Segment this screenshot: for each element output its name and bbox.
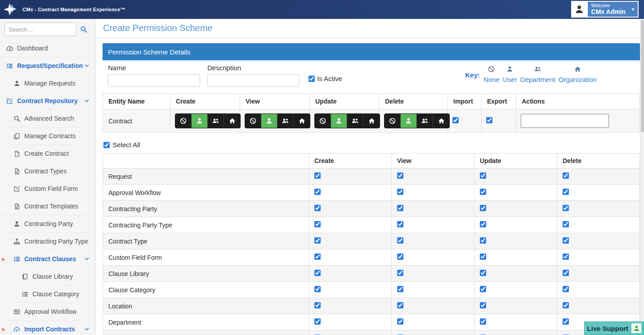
sidebar-item-contract-repository[interactable]: Contract Repository — [0, 92, 95, 110]
update-scope-department-button[interactable] — [347, 114, 363, 128]
create-scope-organization-button[interactable] — [224, 114, 240, 128]
department-create-checkbox[interactable] — [314, 318, 321, 325]
clause-category-update-checkbox[interactable] — [480, 286, 486, 292]
search-icon[interactable] — [80, 26, 87, 33]
clause-category-view-checkbox[interactable] — [397, 286, 403, 292]
scrollbar-thumb[interactable] — [641, 20, 644, 132]
view-scope-organization-button[interactable] — [294, 114, 310, 128]
contracting-party-type-create-checkbox[interactable] — [314, 221, 321, 227]
vertical-scrollbar[interactable] — [640, 19, 644, 335]
update-scope-none-button[interactable] — [315, 114, 331, 128]
user-icon — [335, 118, 342, 124]
approval-workflow-update-checkbox[interactable] — [480, 189, 486, 195]
location-delete-checkbox[interactable] — [563, 302, 569, 308]
request-delete-checkbox[interactable] — [563, 172, 569, 179]
contract-type-create-checkbox[interactable] — [314, 237, 321, 244]
view-scope-department-button[interactable] — [277, 114, 294, 128]
sidebar-item-import-contracts[interactable]: »Import Contracts — [0, 321, 95, 335]
create-scope-none-button[interactable] — [175, 114, 192, 128]
delete-scope-none-button[interactable] — [385, 114, 401, 128]
location-view-checkbox[interactable] — [397, 302, 403, 308]
page-header: Create Permission Scheme — [96, 19, 644, 38]
active-marker: » — [1, 255, 5, 263]
approval-workflow-view-checkbox[interactable] — [397, 189, 403, 195]
sidebar-item-dashboard[interactable]: Dashboard — [0, 40, 95, 57]
delete-scope-organization-button[interactable] — [433, 114, 449, 128]
custom-field-form-create-checkbox[interactable] — [314, 254, 321, 260]
create-scope-user-button[interactable] — [192, 114, 208, 128]
caret-down-icon: ▼ — [631, 7, 635, 12]
import-checkbox[interactable] — [452, 117, 459, 123]
sidebar-item-contracting-party[interactable]: Contracting Party — [0, 215, 95, 233]
sidebar-item-contract-types[interactable]: Contract Types — [0, 163, 95, 180]
actions-input[interactable] — [521, 114, 609, 128]
contracting-party-view-checkbox[interactable] — [397, 205, 403, 211]
ban-icon — [319, 118, 326, 124]
custom-field-form-view-checkbox[interactable] — [397, 254, 403, 260]
live-support-button[interactable]: Live Support — [584, 321, 644, 335]
location-update-checkbox[interactable] — [480, 302, 486, 308]
department-delete-checkbox[interactable] — [563, 318, 569, 325]
is-active-checkbox[interactable] — [309, 76, 315, 82]
sidebar-item-clause-library[interactable]: Clause Library — [0, 268, 95, 285]
contracting-party-update-checkbox[interactable] — [480, 205, 486, 211]
approval-workflow-delete-checkbox[interactable] — [563, 189, 569, 195]
name-input[interactable] — [108, 74, 200, 87]
sidebar-item-manage-requests[interactable]: Manage Requests — [0, 75, 95, 92]
location-create-checkbox[interactable] — [314, 302, 321, 308]
sidebar-item-clause-category[interactable]: Clause Category — [0, 285, 95, 303]
sidebar-item-request-specification[interactable]: Request/Specification — [0, 57, 95, 75]
approval-workflow-create-checkbox[interactable] — [314, 189, 321, 195]
sidebar-item-advanced-search[interactable]: Advanced Search — [0, 110, 95, 127]
contracting-party-type-view-checkbox[interactable] — [397, 221, 403, 227]
contracting-party-type-update-checkbox[interactable] — [480, 221, 486, 227]
user-menu[interactable]: Welcome CMx Admin ▼ — [571, 1, 639, 18]
module-table-body: RequestApproval WorkflowContracting Part… — [103, 168, 640, 335]
permission-row-department: Department — [103, 314, 640, 330]
custom-field-form-update-checkbox[interactable] — [480, 254, 486, 260]
org-icon — [574, 66, 581, 72]
select-all-checkbox[interactable] — [103, 142, 110, 148]
create-scope-department-button[interactable] — [208, 114, 224, 128]
clause-library-create-checkbox[interactable] — [314, 270, 321, 276]
contract-type-delete-checkbox[interactable] — [563, 237, 569, 244]
update-scope-organization-button[interactable] — [363, 114, 380, 128]
sidebar-item-create-contract[interactable]: Create Contract — [0, 145, 95, 163]
contract-type-update-checkbox[interactable] — [480, 237, 486, 244]
clause-category-create-checkbox[interactable] — [314, 286, 321, 292]
request-view-checkbox[interactable] — [397, 172, 403, 179]
sidebar-item-approval-workflow[interactable]: Approval Workflow — [0, 303, 95, 321]
view-scope-none-button[interactable] — [245, 114, 261, 128]
sidebar-item-contract-templates[interactable]: Contract Templates — [0, 198, 95, 215]
contracting-party-delete-checkbox[interactable] — [563, 205, 569, 211]
sidebar-item-manage-contracts[interactable]: Manage Contracts — [0, 127, 95, 145]
copy-icon — [13, 133, 20, 140]
contracting-party-type-delete-checkbox[interactable] — [563, 221, 569, 227]
search-input[interactable] — [4, 23, 76, 36]
description-input[interactable] — [207, 74, 300, 87]
permission-row-label: Contracting Party — [103, 201, 309, 217]
sidebar-item-contract-clauses[interactable]: »Contract Clauses — [0, 250, 95, 268]
export-checkbox[interactable] — [486, 117, 492, 123]
custom-field-form-delete-checkbox[interactable] — [563, 254, 569, 260]
update-scope-user-button[interactable] — [331, 114, 347, 128]
panel-title: Permission Scheme Details — [108, 48, 190, 56]
sidebar-item-custom-field-form[interactable]: Custom Field Form — [0, 180, 95, 198]
request-create-checkbox[interactable] — [314, 172, 321, 179]
delete-scope-department-button[interactable] — [417, 114, 433, 128]
department-view-checkbox[interactable] — [397, 318, 403, 325]
request-update-checkbox[interactable] — [480, 172, 486, 179]
key-item-department: Department — [520, 64, 555, 83]
view-scope-user-button[interactable] — [261, 114, 277, 128]
clause-library-update-checkbox[interactable] — [480, 270, 486, 276]
clause-category-delete-checkbox[interactable] — [563, 286, 569, 292]
delete-scope-user-button[interactable] — [401, 114, 417, 128]
clause-library-view-checkbox[interactable] — [397, 270, 403, 276]
clause-library-delete-checkbox[interactable] — [563, 270, 569, 276]
entity-column-header-create: Create — [170, 94, 240, 109]
permission-row-request: Request — [103, 168, 640, 185]
contracting-party-create-checkbox[interactable] — [314, 205, 321, 211]
department-update-checkbox[interactable] — [480, 318, 486, 325]
contract-type-view-checkbox[interactable] — [397, 237, 403, 244]
sidebar-item-contracting-party-type[interactable]: Contracting Party Type — [0, 233, 95, 250]
